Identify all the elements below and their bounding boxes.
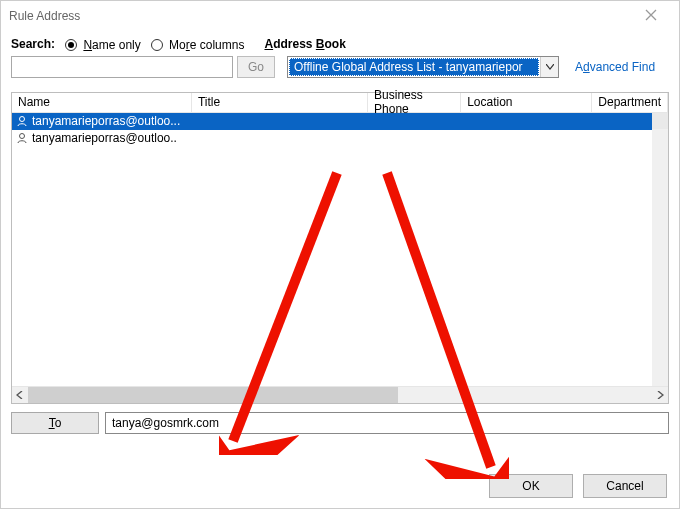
- col-department[interactable]: Department: [592, 93, 668, 112]
- list-item-name: tanyamarieporras@outloo...: [32, 114, 180, 128]
- radio-name-only[interactable]: Name only: [65, 37, 141, 52]
- list-item[interactable]: tanyamarieporras@outloo...: [12, 113, 668, 130]
- cancel-button[interactable]: Cancel: [583, 474, 667, 498]
- go-button[interactable]: Go: [237, 56, 275, 78]
- person-icon: [16, 132, 28, 144]
- radio-icon: [151, 39, 163, 51]
- cancel-button-label: Cancel: [606, 479, 643, 493]
- scroll-track[interactable]: [28, 387, 652, 403]
- to-input[interactable]: [105, 412, 669, 434]
- chevron-down-icon: [540, 57, 558, 77]
- scroll-left-icon[interactable]: [12, 387, 28, 403]
- svg-point-1: [20, 134, 25, 139]
- scroll-thumb[interactable]: [652, 113, 668, 129]
- person-icon: [16, 115, 28, 127]
- svg-point-0: [20, 117, 25, 122]
- radio-name-only-label: Name only: [83, 38, 140, 52]
- horizontal-scrollbar[interactable]: [12, 386, 668, 403]
- vertical-scrollbar[interactable]: [652, 113, 668, 386]
- address-book-dropdown[interactable]: Offline Global Address List - tanyamarie…: [287, 56, 559, 78]
- list-item-name: tanyamarieporras@outloo..: [32, 131, 177, 145]
- titlebar: Rule Address: [1, 1, 679, 31]
- search-input[interactable]: [11, 56, 233, 78]
- scroll-thumb[interactable]: [28, 387, 398, 403]
- window-title: Rule Address: [9, 9, 631, 23]
- advanced-find-link[interactable]: Advanced Find: [575, 60, 655, 74]
- close-button[interactable]: [631, 2, 671, 30]
- col-name[interactable]: Name: [12, 93, 192, 112]
- column-headers: Name Title Business Phone Location Depar…: [12, 93, 668, 113]
- address-book-selected: Offline Global Address List - tanyamarie…: [289, 58, 539, 76]
- radio-more-columns-label: More columns: [169, 38, 244, 52]
- list-body[interactable]: tanyamarieporras@outloo... tanyamariepor…: [12, 113, 668, 386]
- address-book-label: Address Book: [264, 37, 345, 51]
- search-label: Search:: [11, 37, 55, 51]
- close-icon: [645, 8, 657, 24]
- to-button[interactable]: To: [11, 412, 99, 434]
- list-item[interactable]: tanyamarieporras@outloo..: [12, 130, 668, 147]
- col-phone[interactable]: Business Phone: [368, 93, 461, 112]
- ok-button-label: OK: [522, 479, 539, 493]
- go-button-label: Go: [248, 60, 264, 74]
- radio-icon: [65, 39, 77, 51]
- col-title[interactable]: Title: [192, 93, 368, 112]
- scroll-right-icon[interactable]: [652, 387, 668, 403]
- col-location[interactable]: Location: [461, 93, 592, 112]
- ok-button[interactable]: OK: [489, 474, 573, 498]
- results-list: Name Title Business Phone Location Depar…: [11, 92, 669, 404]
- radio-more-columns[interactable]: More columns: [151, 37, 245, 52]
- to-button-label: To: [49, 416, 62, 430]
